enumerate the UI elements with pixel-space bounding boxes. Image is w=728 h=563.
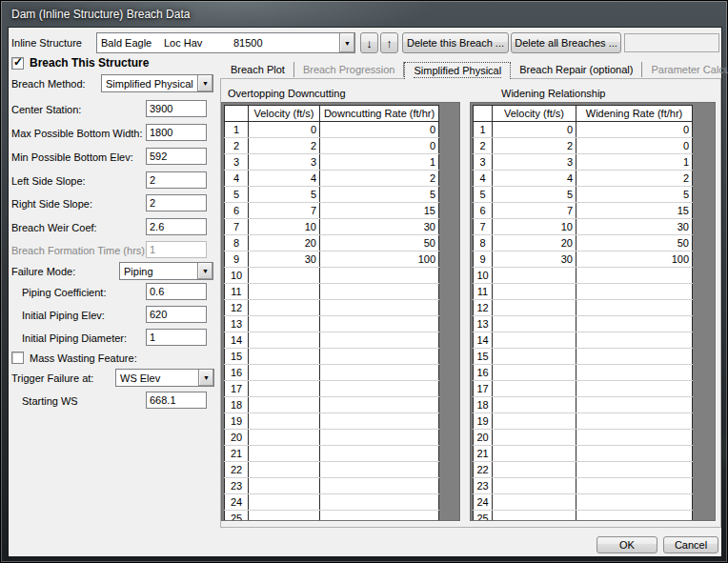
piping-coefficient-input[interactable] (146, 283, 207, 300)
grid-cell[interactable]: 2 (249, 138, 320, 154)
initial-piping-diameter-input[interactable] (146, 329, 207, 346)
grid-cell[interactable] (320, 300, 439, 316)
grid-cell[interactable] (576, 462, 693, 478)
grid-cell[interactable] (249, 381, 320, 397)
grid-cell[interactable] (320, 397, 439, 413)
initial-piping-elev-input[interactable] (146, 306, 207, 323)
grid-cell[interactable] (493, 381, 576, 397)
grid-cell[interactable] (249, 284, 320, 300)
grid-cell[interactable] (249, 446, 320, 462)
grid-cell[interactable] (320, 511, 439, 522)
grid-cell[interactable] (249, 413, 320, 430)
grid-cell[interactable] (320, 462, 439, 478)
grid-cell[interactable] (493, 478, 576, 494)
grid-cell[interactable] (576, 349, 693, 365)
grid-cell[interactable] (249, 462, 320, 478)
grid-cell[interactable] (249, 511, 320, 522)
grid-cell[interactable]: 1 (576, 154, 693, 171)
grid-cell[interactable] (493, 268, 576, 284)
grid-cell[interactable] (493, 284, 576, 300)
grid-cell[interactable] (320, 446, 439, 462)
grid-cell[interactable] (249, 365, 320, 381)
delete-all-breaches-button[interactable]: Delete all Breaches ... (511, 32, 621, 53)
grid-cell[interactable]: 0 (320, 122, 439, 138)
max-bottom-width-input[interactable] (146, 124, 207, 141)
grid-cell[interactable] (320, 349, 439, 365)
grid-cell[interactable] (249, 397, 320, 413)
grid-cell[interactable]: 5 (249, 187, 320, 203)
grid-cell[interactable] (493, 300, 576, 316)
tab-breach-plot[interactable]: Breach Plot (222, 62, 294, 77)
grid-cell[interactable] (320, 332, 439, 349)
grid-cell[interactable]: 20 (249, 235, 320, 251)
grid-cell[interactable] (576, 365, 693, 381)
grid-cell[interactable]: 0 (576, 122, 693, 138)
grid-cell[interactable]: 30 (576, 219, 693, 235)
grid-cell[interactable] (576, 268, 693, 284)
grid-cell[interactable]: 4 (249, 171, 320, 187)
grid-cell[interactable] (576, 494, 693, 511)
grid-cell[interactable]: 30 (493, 251, 576, 268)
grid-cell[interactable]: 7 (249, 203, 320, 219)
grid-cell[interactable]: 2 (493, 138, 576, 154)
previous-breach-button[interactable]: ↓ (360, 32, 378, 53)
grid-cell[interactable] (320, 478, 439, 494)
grid-cell[interactable] (320, 365, 439, 381)
inline-structure-combo[interactable]: Bald Eagle Loc Hav 81500 ▼ (96, 32, 355, 53)
grid-cell[interactable]: 100 (320, 251, 439, 268)
breach-weir-coef-input[interactable] (146, 218, 207, 235)
grid-cell[interactable]: 5 (493, 187, 576, 203)
grid-cell[interactable]: 100 (576, 251, 693, 268)
grid-cell[interactable] (493, 511, 576, 522)
grid-cell[interactable] (493, 446, 576, 462)
tab-breach-repair-optional[interactable]: Breach Repair (optional) (511, 62, 642, 77)
grid-cell[interactable]: 1 (320, 154, 439, 171)
right-side-slope-input[interactable] (146, 194, 207, 211)
grid-cell[interactable] (249, 300, 320, 316)
grid-cell[interactable] (249, 268, 320, 284)
grid-cell[interactable]: 0 (576, 138, 693, 154)
grid-cell[interactable] (576, 284, 693, 300)
grid-cell[interactable]: 30 (320, 219, 439, 235)
grid-cell[interactable]: 10 (493, 219, 576, 235)
titlebar[interactable]: Dam (Inline Structure) Breach Data (1, 1, 727, 28)
grid-cell[interactable] (249, 332, 320, 349)
grid-cell[interactable]: 5 (576, 187, 693, 203)
grid-cell[interactable] (249, 430, 320, 446)
grid-cell[interactable]: 2 (320, 171, 439, 187)
chevron-down-icon[interactable]: ▼ (339, 33, 354, 52)
grid-cell[interactable] (493, 332, 576, 349)
grid-cell[interactable] (576, 397, 693, 413)
chevron-down-icon[interactable]: ▼ (198, 370, 213, 386)
grid-cell[interactable]: 0 (249, 122, 320, 138)
chevron-down-icon[interactable]: ▼ (197, 75, 212, 91)
trigger-failure-combo[interactable]: WS Elev ▼ (115, 369, 214, 387)
grid-cell[interactable]: 15 (320, 203, 439, 219)
grid-cell[interactable] (249, 478, 320, 494)
tab-simplified-physical[interactable]: Simplified Physical (404, 62, 511, 79)
grid-cell[interactable] (493, 413, 576, 430)
grid-cell[interactable]: 3 (493, 154, 576, 171)
grid-cell[interactable]: 7 (493, 203, 576, 219)
center-station-input[interactable] (146, 100, 207, 117)
grid-cell[interactable] (576, 511, 693, 522)
grid-cell[interactable] (576, 413, 693, 430)
grid-cell[interactable] (320, 494, 439, 511)
grid-cell[interactable] (493, 397, 576, 413)
failure-mode-combo[interactable]: Piping ▼ (119, 262, 213, 280)
grid-cell[interactable] (576, 430, 693, 446)
grid-cell[interactable] (576, 300, 693, 316)
grid-cell[interactable] (493, 365, 576, 381)
grid-cell[interactable] (576, 332, 693, 349)
next-breach-button[interactable]: ↑ (380, 32, 398, 53)
starting-ws-input[interactable] (146, 392, 207, 409)
grid-cell[interactable] (576, 316, 693, 332)
grid-cell[interactable]: 30 (249, 251, 320, 268)
grid-cell[interactable] (493, 430, 576, 446)
grid-cell[interactable]: 3 (249, 154, 320, 171)
grid-cell[interactable]: 50 (320, 235, 439, 251)
grid-cell[interactable] (493, 462, 576, 478)
grid-cell[interactable] (320, 268, 439, 284)
grid-cell[interactable] (493, 316, 576, 332)
grid-cell[interactable]: 0 (320, 138, 439, 154)
